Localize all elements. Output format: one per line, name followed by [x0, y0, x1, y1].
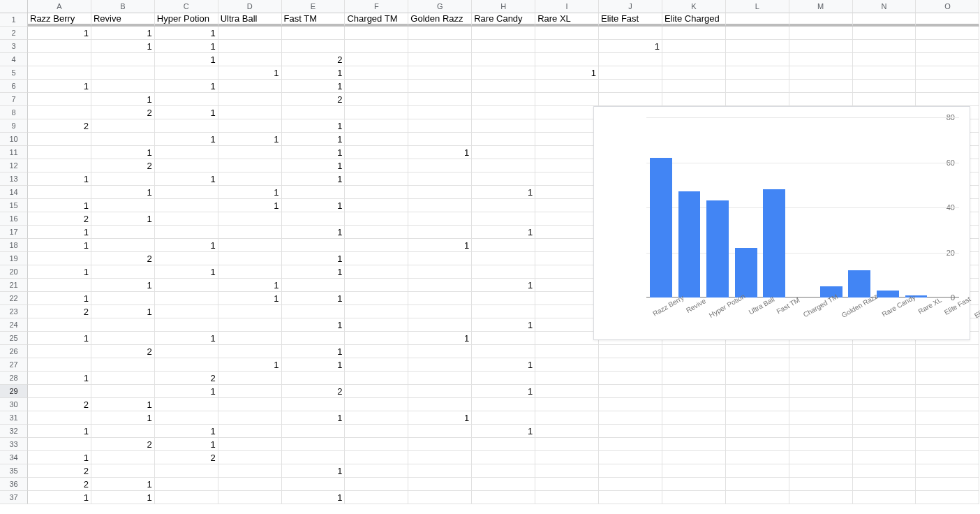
cell-B25[interactable] — [91, 332, 155, 345]
cell-K4[interactable] — [662, 53, 726, 66]
cell-A2[interactable]: 1 — [28, 27, 91, 40]
cell-D23[interactable] — [218, 305, 282, 318]
cell-G36[interactable] — [408, 478, 472, 491]
cell-D2[interactable] — [218, 27, 282, 40]
header-cell-D[interactable]: Ultra Ball — [218, 13, 282, 27]
cell-G35[interactable] — [408, 464, 472, 478]
cell-I22[interactable] — [535, 292, 599, 305]
cell-L27[interactable] — [726, 358, 789, 372]
cell-K7[interactable] — [662, 93, 726, 106]
cell-M33[interactable] — [789, 438, 853, 451]
cell-K37[interactable] — [662, 491, 726, 504]
cell-A31[interactable] — [28, 411, 91, 425]
cell-A34[interactable]: 1 — [28, 451, 91, 464]
cell-E29[interactable]: 2 — [282, 385, 346, 398]
column-header-E[interactable]: E — [282, 0, 346, 13]
column-header-F[interactable]: F — [345, 0, 408, 13]
cell-A28[interactable]: 1 — [28, 372, 91, 385]
cell-D22[interactable]: 1 — [218, 292, 282, 305]
cell-N31[interactable] — [853, 411, 916, 425]
cell-N4[interactable] — [853, 53, 916, 66]
cell-D18[interactable] — [218, 239, 282, 252]
row-header-12[interactable]: 12 — [0, 159, 28, 172]
header-cell-F[interactable]: Charged TM — [345, 13, 408, 27]
cell-B10[interactable] — [91, 133, 155, 146]
cell-E37[interactable]: 1 — [282, 491, 346, 504]
cell-G28[interactable] — [408, 372, 472, 385]
cell-G12[interactable] — [408, 159, 472, 172]
cell-K31[interactable] — [662, 411, 726, 425]
cell-I10[interactable] — [535, 133, 599, 146]
cell-F22[interactable] — [345, 292, 408, 305]
cell-A25[interactable]: 1 — [28, 332, 91, 345]
cell-G13[interactable] — [408, 172, 472, 186]
cell-M35[interactable] — [789, 464, 853, 478]
cell-I14[interactable] — [535, 186, 599, 199]
cell-B2[interactable]: 1 — [91, 27, 155, 40]
cell-A18[interactable]: 1 — [28, 239, 91, 252]
column-header-C[interactable]: C — [155, 0, 218, 13]
cell-O30[interactable] — [916, 398, 979, 411]
cell-F24[interactable] — [345, 318, 408, 332]
cell-A7[interactable] — [28, 93, 91, 106]
cell-A21[interactable] — [28, 279, 91, 292]
cell-E17[interactable]: 1 — [282, 226, 346, 239]
cell-A15[interactable]: 1 — [28, 199, 91, 212]
cell-C19[interactable] — [155, 252, 218, 265]
cell-A26[interactable] — [28, 345, 91, 358]
header-cell-I[interactable]: Rare XL — [535, 13, 599, 27]
cell-I8[interactable] — [535, 106, 599, 119]
cell-F30[interactable] — [345, 398, 408, 411]
cell-E19[interactable]: 1 — [282, 252, 346, 265]
cell-J3[interactable]: 1 — [599, 40, 662, 53]
cell-I34[interactable] — [535, 451, 599, 464]
cell-G7[interactable] — [408, 93, 472, 106]
cell-D6[interactable] — [218, 80, 282, 93]
row-header-29[interactable]: 29 — [0, 385, 28, 398]
cell-G17[interactable] — [408, 226, 472, 239]
cell-I3[interactable] — [535, 40, 599, 53]
row-header-22[interactable]: 22 — [0, 292, 28, 305]
cell-O6[interactable] — [916, 80, 979, 93]
cell-K2[interactable] — [662, 27, 726, 40]
cell-H6[interactable] — [472, 80, 535, 93]
cell-H23[interactable] — [472, 305, 535, 318]
cell-G37[interactable] — [408, 491, 472, 504]
cell-E12[interactable]: 1 — [282, 159, 346, 172]
cell-G33[interactable] — [408, 438, 472, 451]
cell-C17[interactable] — [155, 226, 218, 239]
cell-N34[interactable] — [853, 451, 916, 464]
column-header-I[interactable]: I — [535, 0, 599, 13]
cell-A14[interactable] — [28, 186, 91, 199]
cell-I12[interactable] — [535, 159, 599, 172]
cell-F20[interactable] — [345, 265, 408, 279]
cell-E6[interactable]: 1 — [282, 80, 346, 93]
cell-H10[interactable] — [472, 133, 535, 146]
cell-C10[interactable]: 1 — [155, 133, 218, 146]
cell-N28[interactable] — [853, 372, 916, 385]
cell-B22[interactable] — [91, 292, 155, 305]
cell-I33[interactable] — [535, 438, 599, 451]
cell-K27[interactable] — [662, 358, 726, 372]
row-header-8[interactable]: 8 — [0, 106, 28, 119]
cell-G31[interactable]: 1 — [408, 411, 472, 425]
cell-M6[interactable] — [789, 80, 853, 93]
column-header-G[interactable]: G — [408, 0, 472, 13]
cell-F21[interactable] — [345, 279, 408, 292]
row-header-6[interactable]: 6 — [0, 80, 28, 93]
cell-G15[interactable] — [408, 199, 472, 212]
cell-F13[interactable] — [345, 172, 408, 186]
row-header-10[interactable]: 10 — [0, 133, 28, 146]
cell-B33[interactable]: 2 — [91, 438, 155, 451]
bar-rare-candy[interactable] — [848, 270, 870, 298]
cell-O33[interactable] — [916, 438, 979, 451]
cell-M4[interactable] — [789, 53, 853, 66]
cell-D36[interactable] — [218, 478, 282, 491]
cell-L30[interactable] — [726, 398, 789, 411]
cell-E15[interactable]: 1 — [282, 199, 346, 212]
row-header-7[interactable]: 7 — [0, 93, 28, 106]
cell-N26[interactable] — [853, 345, 916, 358]
cell-A33[interactable] — [28, 438, 91, 451]
cell-E21[interactable] — [282, 279, 346, 292]
cell-J35[interactable] — [599, 464, 662, 478]
